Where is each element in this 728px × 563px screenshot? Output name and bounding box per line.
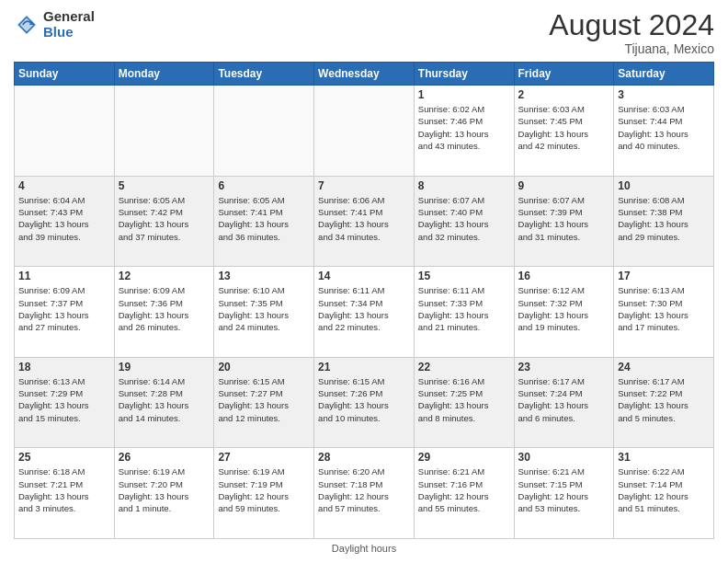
day-number: 31 [618,451,710,464]
table-row: 27Sunrise: 6:19 AM Sunset: 7:19 PM Dayli… [214,448,314,539]
day-info: Sunrise: 6:02 AM Sunset: 7:46 PM Dayligh… [418,103,510,152]
calendar-week-row: 4Sunrise: 6:04 AM Sunset: 7:43 PM Daylig… [15,176,714,267]
table-row: 7Sunrise: 6:06 AM Sunset: 7:41 PM Daylig… [314,176,415,267]
calendar: Sunday Monday Tuesday Wednesday Thursday… [14,62,714,539]
day-number: 12 [119,270,210,282]
day-number: 26 [119,451,210,464]
day-number: 21 [318,361,410,373]
day-number: 22 [418,361,510,373]
table-row: 18Sunrise: 6:13 AM Sunset: 7:29 PM Dayli… [15,357,115,448]
calendar-week-row: 18Sunrise: 6:13 AM Sunset: 7:29 PM Dayli… [15,357,714,448]
day-info: Sunrise: 6:15 AM Sunset: 7:26 PM Dayligh… [318,375,410,424]
day-info: Sunrise: 6:03 AM Sunset: 7:44 PM Dayligh… [618,103,710,152]
col-wednesday: Wednesday [314,63,415,86]
day-info: Sunrise: 6:08 AM Sunset: 7:38 PM Dayligh… [618,194,710,243]
table-row: 12Sunrise: 6:09 AM Sunset: 7:36 PM Dayli… [114,267,214,358]
table-row: 24Sunrise: 6:17 AM Sunset: 7:22 PM Dayli… [614,357,714,448]
table-row: 3Sunrise: 6:03 AM Sunset: 7:44 PM Daylig… [614,86,714,177]
day-info: Sunrise: 6:03 AM Sunset: 7:45 PM Dayligh… [518,103,610,152]
table-row: 4Sunrise: 6:04 AM Sunset: 7:43 PM Daylig… [15,176,115,267]
day-info: Sunrise: 6:13 AM Sunset: 7:30 PM Dayligh… [618,284,710,333]
table-row: 20Sunrise: 6:15 AM Sunset: 7:27 PM Dayli… [214,357,314,448]
table-row: 6Sunrise: 6:05 AM Sunset: 7:41 PM Daylig… [214,176,314,267]
day-number: 5 [119,179,210,192]
day-number: 14 [318,270,410,282]
table-row [15,86,115,177]
calendar-week-row: 25Sunrise: 6:18 AM Sunset: 7:21 PM Dayli… [15,448,714,539]
table-row: 30Sunrise: 6:21 AM Sunset: 7:15 PM Dayli… [514,448,614,539]
header: General Blue August 2024 Tijuana, Mexico [14,9,714,56]
subtitle: Tijuana, Mexico [549,41,714,56]
day-number: 17 [618,270,710,282]
table-row: 25Sunrise: 6:18 AM Sunset: 7:21 PM Dayli… [15,448,115,539]
day-number: 20 [218,361,310,373]
day-number: 6 [218,179,310,192]
col-thursday: Thursday [414,63,514,86]
day-number: 7 [318,179,410,192]
day-info: Sunrise: 6:11 AM Sunset: 7:33 PM Dayligh… [418,284,510,333]
day-info: Sunrise: 6:07 AM Sunset: 7:40 PM Dayligh… [418,194,510,243]
day-info: Sunrise: 6:16 AM Sunset: 7:25 PM Dayligh… [418,375,510,424]
day-info: Sunrise: 6:21 AM Sunset: 7:16 PM Dayligh… [418,465,510,514]
day-info: Sunrise: 6:19 AM Sunset: 7:20 PM Dayligh… [119,465,210,514]
table-row: 22Sunrise: 6:16 AM Sunset: 7:25 PM Dayli… [414,357,514,448]
day-number: 15 [418,270,510,282]
col-saturday: Saturday [614,63,714,86]
day-number: 4 [18,179,110,192]
day-info: Sunrise: 6:17 AM Sunset: 7:22 PM Dayligh… [618,375,710,424]
table-row: 23Sunrise: 6:17 AM Sunset: 7:24 PM Dayli… [514,357,614,448]
day-info: Sunrise: 6:21 AM Sunset: 7:15 PM Dayligh… [518,465,610,514]
day-info: Sunrise: 6:06 AM Sunset: 7:41 PM Dayligh… [318,194,410,243]
table-row: 2Sunrise: 6:03 AM Sunset: 7:45 PM Daylig… [514,86,614,177]
day-info: Sunrise: 6:12 AM Sunset: 7:32 PM Dayligh… [518,284,610,333]
table-row: 14Sunrise: 6:11 AM Sunset: 7:34 PM Dayli… [314,267,415,358]
day-info: Sunrise: 6:22 AM Sunset: 7:14 PM Dayligh… [618,465,710,514]
day-number: 29 [418,451,510,464]
footer-note: Daylight hours [14,543,714,554]
table-row: 8Sunrise: 6:07 AM Sunset: 7:40 PM Daylig… [414,176,514,267]
calendar-week-row: 1Sunrise: 6:02 AM Sunset: 7:46 PM Daylig… [15,86,714,177]
day-number: 23 [518,361,610,373]
day-number: 13 [218,270,310,282]
day-info: Sunrise: 6:07 AM Sunset: 7:39 PM Dayligh… [518,194,610,243]
table-row: 17Sunrise: 6:13 AM Sunset: 7:30 PM Dayli… [614,267,714,358]
col-monday: Monday [114,63,214,86]
day-info: Sunrise: 6:11 AM Sunset: 7:34 PM Dayligh… [318,284,410,333]
col-tuesday: Tuesday [214,63,314,86]
table-row: 28Sunrise: 6:20 AM Sunset: 7:18 PM Dayli… [314,448,415,539]
table-row [314,86,415,177]
table-row: 21Sunrise: 6:15 AM Sunset: 7:26 PM Dayli… [314,357,415,448]
day-number: 8 [418,179,510,192]
page: General Blue August 2024 Tijuana, Mexico… [0,0,728,563]
day-info: Sunrise: 6:19 AM Sunset: 7:19 PM Dayligh… [218,465,310,514]
day-number: 9 [518,179,610,192]
day-number: 19 [119,361,210,373]
table-row [114,86,214,177]
day-number: 18 [18,361,110,373]
day-number: 10 [618,179,710,192]
day-info: Sunrise: 6:09 AM Sunset: 7:37 PM Dayligh… [18,284,110,333]
day-info: Sunrise: 6:05 AM Sunset: 7:42 PM Dayligh… [119,194,210,243]
day-number: 11 [18,270,110,282]
logo-text: General Blue [43,9,95,40]
logo-general-text: General [43,9,95,25]
table-row: 10Sunrise: 6:08 AM Sunset: 7:38 PM Dayli… [614,176,714,267]
table-row: 13Sunrise: 6:10 AM Sunset: 7:35 PM Dayli… [214,267,314,358]
col-sunday: Sunday [15,63,115,86]
day-info: Sunrise: 6:17 AM Sunset: 7:24 PM Dayligh… [518,375,610,424]
day-number: 28 [318,451,410,464]
day-number: 25 [18,451,110,464]
logo-blue-text: Blue [43,25,95,40]
day-number: 1 [418,88,510,101]
day-number: 27 [218,451,310,464]
day-info: Sunrise: 6:20 AM Sunset: 7:18 PM Dayligh… [318,465,410,514]
table-row: 26Sunrise: 6:19 AM Sunset: 7:20 PM Dayli… [114,448,214,539]
calendar-header-row: Sunday Monday Tuesday Wednesday Thursday… [15,63,714,86]
table-row: 19Sunrise: 6:14 AM Sunset: 7:28 PM Dayli… [114,357,214,448]
table-row: 9Sunrise: 6:07 AM Sunset: 7:39 PM Daylig… [514,176,614,267]
day-number: 16 [518,270,610,282]
calendar-week-row: 11Sunrise: 6:09 AM Sunset: 7:37 PM Dayli… [15,267,714,358]
day-info: Sunrise: 6:14 AM Sunset: 7:28 PM Dayligh… [119,375,210,424]
logo-icon [14,12,40,38]
logo: General Blue [14,9,95,40]
